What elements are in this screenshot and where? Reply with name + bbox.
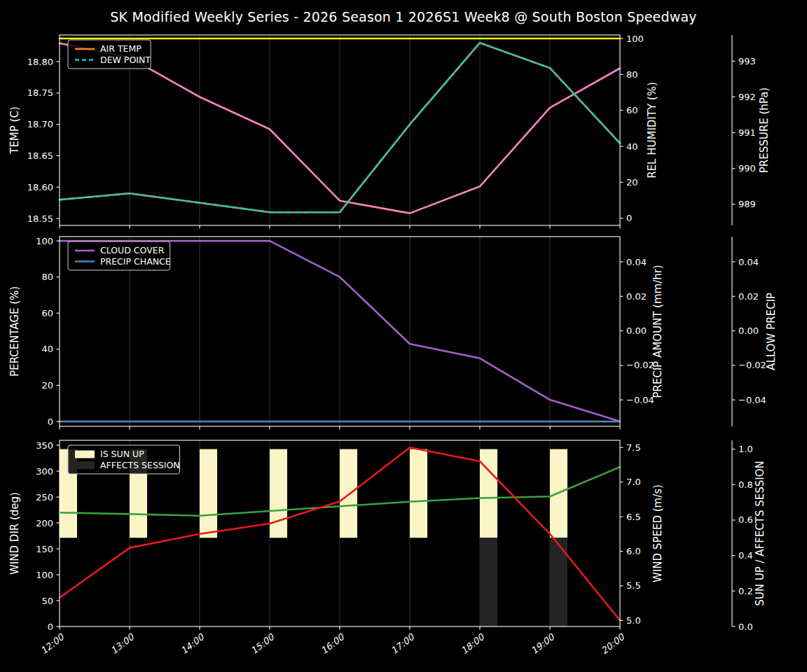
y-tick-label: 6.0: [626, 546, 641, 556]
y-tick-label: 100: [36, 236, 53, 246]
y-tick-label: −0.04: [738, 395, 766, 405]
x-tick-label: 19:00: [529, 631, 557, 656]
y-tick-label: 40: [41, 344, 53, 354]
y-tick-label: 0.0: [738, 622, 753, 632]
y-tick-label: 80: [41, 272, 53, 282]
y-tick-label: 150: [36, 544, 53, 554]
y-tick-label: 0: [48, 416, 53, 427]
y-tick-label: 990: [738, 163, 756, 174]
axis-label-percentage: PERCENTAGE (%): [8, 286, 21, 377]
legend-label: AIR TEMP: [100, 43, 142, 54]
axis-label-rel-humidity: REL HUMIDITY (%): [646, 82, 658, 178]
y-tick-label: 20: [626, 177, 638, 188]
y-tick-label: 0.6: [738, 514, 753, 525]
y-tick-label: 0: [626, 213, 632, 223]
y-tick-label: 0.00: [626, 326, 647, 336]
y-tick-label: 5.5: [626, 580, 641, 591]
y-tick-label: 18.65: [27, 150, 53, 161]
y-tick-label: 60: [41, 308, 53, 318]
bar-is-sun-up: [270, 449, 287, 538]
y-tick-label: 60: [626, 105, 638, 115]
panel-temperature: 18.5518.6018.6518.7018.7518.80TEMP (C)02…: [8, 34, 771, 229]
legend-label: PRECIP CHANCE: [100, 256, 171, 267]
y-tick-label: 0: [48, 622, 53, 632]
y-tick-label: −0.02: [626, 360, 654, 370]
x-tick-label: 13:00: [109, 631, 137, 656]
y-tick-label: 0.02: [738, 291, 759, 302]
bar-is-sun-up: [200, 449, 217, 538]
y-tick-label: 0.00: [738, 326, 759, 336]
y-tick-label: 200: [36, 518, 53, 528]
x-tick-label: 17:00: [389, 631, 417, 656]
y-tick-label: 350: [36, 440, 53, 451]
axis-label-wind-dir-deg: WIND DIR (deg): [8, 492, 21, 575]
y-tick-label: 18.55: [27, 214, 53, 224]
y-tick-label: 992: [738, 92, 756, 102]
y-tick-label: 0.04: [626, 257, 647, 267]
legend: CLOUD COVERPRECIP CHANCE: [68, 241, 171, 270]
y-tick-label: 7.5: [626, 442, 641, 453]
legend: IS SUN UPAFFECTS SESSION: [68, 445, 180, 474]
x-tick-label: 18:00: [459, 631, 487, 656]
y-tick-label: 40: [626, 141, 638, 152]
y-tick-label: −0.02: [738, 360, 766, 370]
y-tick-label: 250: [36, 492, 53, 503]
x-tick-label: 14:00: [179, 631, 207, 656]
axis-label-precip-amount-mm-hr: PRECIP AMOUNT (mm/hr): [651, 265, 664, 398]
y-tick-label: 1.0: [738, 444, 753, 454]
charts-canvas: 18.5518.6018.6518.7018.7518.80TEMP (C)02…: [0, 0, 807, 672]
bar-is-sun-up: [410, 449, 427, 538]
axis-label-allow-precip: ALLOW PRECIP: [765, 293, 778, 370]
legend-label: AFFECTS SESSION: [100, 460, 180, 470]
panel-percentage: 020406080100PERCENTAGE (%)−0.04−0.020.00…: [8, 236, 778, 430]
y-tick-label: 7.0: [626, 477, 641, 487]
axis-label-temp-c: TEMP (C): [8, 106, 21, 155]
legend-swatch-is-sun-up: [75, 451, 95, 458]
x-tick-label: 20:00: [599, 631, 627, 656]
axis-label-sun-up-affects-session: SUN UP / AFFECTS SESSION: [754, 461, 766, 606]
y-tick-label: 18.70: [27, 119, 53, 130]
axis-label-wind-speed-m-s: WIND SPEED (m/s): [651, 484, 664, 582]
x-tick-label: 15:00: [249, 631, 277, 656]
legend-swatch-affects-session: [75, 461, 95, 469]
legend-label: IS SUN UP: [100, 449, 144, 459]
y-tick-label: 989: [738, 199, 756, 209]
y-tick-label: 18.80: [27, 57, 53, 67]
y-tick-label: 300: [36, 466, 53, 477]
legend-label: CLOUD COVER: [100, 245, 165, 255]
y-tick-label: 993: [738, 56, 756, 66]
y-tick-label: 991: [738, 127, 756, 138]
legend: AIR TEMPDEW POINT: [68, 40, 151, 69]
bar-affects-session: [480, 538, 497, 626]
y-tick-label: 18.75: [27, 88, 53, 98]
weather-forecast-figure: SK Modified Weekly Series - 2026 Season …: [0, 0, 807, 672]
y-tick-label: −0.04: [626, 395, 654, 405]
axis-label-pressure-hpa: PRESSURE (hPa): [758, 88, 771, 173]
legend-label: DEW POINT: [100, 55, 151, 65]
x-tick-label: 12:00: [39, 631, 67, 656]
y-tick-label: 0.4: [738, 550, 753, 561]
y-tick-label: 100: [36, 570, 53, 580]
y-tick-label: 50: [41, 596, 53, 606]
bar-is-sun-up: [480, 449, 497, 538]
y-tick-label: 18.60: [27, 182, 53, 192]
y-tick-label: 0.8: [738, 479, 753, 490]
y-tick-label: 6.5: [626, 512, 641, 522]
y-tick-label: 20: [41, 380, 53, 391]
y-tick-label: 100: [626, 34, 644, 44]
y-tick-label: 5.0: [626, 615, 641, 626]
y-tick-label: 80: [626, 69, 638, 80]
y-tick-label: 0.04: [738, 257, 759, 267]
bar-is-sun-up: [340, 449, 357, 538]
panel-wind: 12:0013:0014:0015:0016:0017:0018:0019:00…: [8, 440, 766, 657]
y-tick-label: 0.02: [626, 291, 647, 302]
x-tick-label: 16:00: [319, 631, 347, 656]
y-tick-label: 0.2: [738, 586, 753, 596]
